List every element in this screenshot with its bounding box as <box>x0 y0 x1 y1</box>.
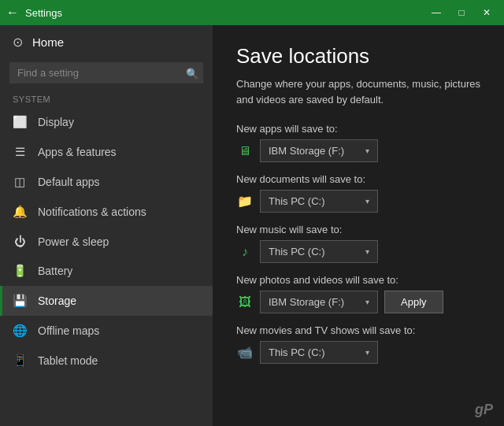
titlebar-title: Settings <box>25 7 425 19</box>
sidebar-item-apps[interactable]: ☰ Apps & features <box>0 137 213 167</box>
watermark: gP <box>475 402 493 418</box>
search-icon: 🔍 <box>186 67 198 79</box>
sidebar-item-power[interactable]: ⏻ Power & sleep <box>0 227 213 256</box>
chevron-down-icon: ▾ <box>365 197 369 206</box>
notifications-icon: 🔔 <box>13 205 27 219</box>
photos-dropdown[interactable]: IBM Storage (F:) ▾ <box>260 291 378 313</box>
battery-icon: 🔋 <box>13 264 27 278</box>
main-layout: ⊙ Home 🔍 System ⬜ Display ☰ Apps & featu… <box>0 25 504 426</box>
save-rows: New apps will save to: 🖥 IBM Storage (F:… <box>236 123 480 364</box>
chevron-down-icon: ▾ <box>365 298 369 306</box>
sidebar-item-default-apps[interactable]: ◫ Default apps <box>0 167 213 197</box>
sidebar-items: ⬜ Display ☰ Apps & features ◫ Default ap… <box>0 107 213 376</box>
sidebar: ⊙ Home 🔍 System ⬜ Display ☰ Apps & featu… <box>0 25 213 426</box>
save-row-controls-apps: 🖥 IBM Storage (F:) ▾ <box>236 139 480 162</box>
sidebar-item-offline-maps[interactable]: 🌐 Offline maps <box>0 316 213 346</box>
sidebar-item-battery[interactable]: 🔋 Battery <box>0 256 213 286</box>
sidebar-item-home[interactable]: ⊙ Home <box>0 25 213 59</box>
back-button[interactable]: ← <box>6 6 19 20</box>
default-apps-icon: ◫ <box>13 175 27 189</box>
power-icon: ⏻ <box>13 235 27 248</box>
offline-maps-icon: 🌐 <box>13 324 27 338</box>
minimize-button[interactable]: — <box>425 2 447 24</box>
save-row-controls-photos: 🖼 IBM Storage (F:) ▾ Apply <box>236 291 480 313</box>
music-icon: ♪ <box>236 245 254 259</box>
movies-icon: 📹 <box>236 345 254 360</box>
chevron-down-icon: ▾ <box>365 348 369 357</box>
movies-selected: This PC (C:) <box>269 346 325 358</box>
apps-icon: 🖥 <box>236 144 254 158</box>
close-button[interactable]: ✕ <box>476 2 498 24</box>
movies-dropdown[interactable]: This PC (C:) ▾ <box>260 341 378 364</box>
sidebar-item-label-display: Display <box>38 116 74 128</box>
search-input[interactable] <box>9 62 203 83</box>
apps-icon: ☰ <box>13 145 27 159</box>
sidebar-item-label-tablet-mode: Tablet mode <box>38 354 98 367</box>
content-area: Save locations Change where your apps, d… <box>213 25 504 426</box>
documents-selected: This PC (C:) <box>269 195 325 207</box>
sidebar-item-label-storage: Storage <box>38 294 76 307</box>
sidebar-item-label-default-apps: Default apps <box>38 176 100 188</box>
sidebar-item-tablet-mode[interactable]: 📱 Tablet mode <box>0 346 213 376</box>
save-row-controls-documents: 📁 This PC (C:) ▾ <box>236 190 480 213</box>
page-title: Save locations <box>236 44 480 69</box>
documents-icon: 📁 <box>236 194 254 209</box>
save-row-label-music: New music will save to: <box>236 224 480 235</box>
photos-icon: 🖼 <box>236 295 254 309</box>
save-row-photos: New photos and videos will save to: 🖼 IB… <box>236 274 480 313</box>
titlebar-controls: — □ ✕ <box>425 2 498 24</box>
apps-dropdown[interactable]: IBM Storage (F:) ▾ <box>260 139 378 162</box>
home-label: Home <box>32 35 64 49</box>
page-description: Change where your apps, documents, music… <box>236 76 480 107</box>
sidebar-item-display[interactable]: ⬜ Display <box>0 107 213 137</box>
save-row-music: New music will save to: ♪ This PC (C:) ▾ <box>236 224 480 263</box>
save-row-controls-music: ♪ This PC (C:) ▾ <box>236 240 480 263</box>
save-row-controls-movies: 📹 This PC (C:) ▾ <box>236 341 480 364</box>
photos-selected: IBM Storage (F:) <box>269 296 344 308</box>
home-icon: ⊙ <box>13 35 23 50</box>
titlebar: ← Settings — □ ✕ <box>0 0 504 25</box>
music-selected: This PC (C:) <box>269 246 325 257</box>
search-box: 🔍 <box>9 62 203 83</box>
sidebar-section-label: System <box>0 90 213 107</box>
maximize-button[interactable]: □ <box>450 2 472 24</box>
save-row-label-apps: New apps will save to: <box>236 123 480 135</box>
storage-icon: 💾 <box>13 294 27 308</box>
tablet-mode-icon: 📱 <box>13 354 27 368</box>
sidebar-item-label-power: Power & sleep <box>38 235 109 248</box>
apps-selected: IBM Storage (F:) <box>269 145 344 157</box>
save-row-movies: New movies and TV shows will save to: 📹 … <box>236 324 480 364</box>
save-row-documents: New documents will save to: 📁 This PC (C… <box>236 173 480 213</box>
sidebar-item-label-battery: Battery <box>38 265 72 277</box>
save-row-label-movies: New movies and TV shows will save to: <box>236 324 480 336</box>
sidebar-item-label-apps: Apps & features <box>38 146 117 158</box>
apply-button[interactable]: Apply <box>384 291 443 313</box>
sidebar-item-label-notifications: Notifications & actions <box>38 206 146 218</box>
music-dropdown[interactable]: This PC (C:) ▾ <box>260 240 378 263</box>
documents-dropdown[interactable]: This PC (C:) ▾ <box>260 190 378 213</box>
display-icon: ⬜ <box>13 115 27 129</box>
chevron-down-icon: ▾ <box>365 247 369 256</box>
save-row-label-photos: New photos and videos will save to: <box>236 274 480 286</box>
chevron-down-icon: ▾ <box>365 146 369 155</box>
sidebar-item-storage[interactable]: 💾 Storage <box>0 286 213 316</box>
save-row-apps: New apps will save to: 🖥 IBM Storage (F:… <box>236 123 480 162</box>
sidebar-item-notifications[interactable]: 🔔 Notifications & actions <box>0 197 213 227</box>
save-row-label-documents: New documents will save to: <box>236 173 480 185</box>
sidebar-item-label-offline-maps: Offline maps <box>38 324 99 337</box>
